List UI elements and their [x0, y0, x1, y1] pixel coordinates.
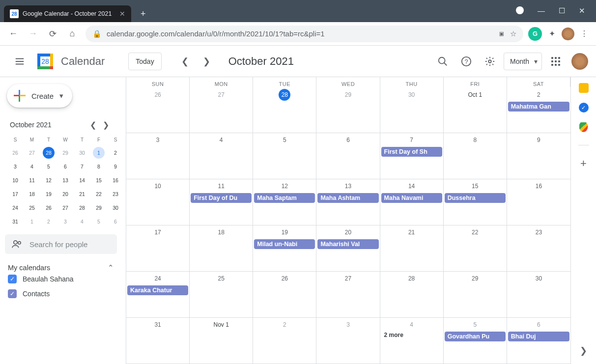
tasks-icon[interactable]: ✓	[579, 103, 589, 112]
day-number[interactable]: 28	[381, 273, 442, 284]
day-number[interactable]: 3	[127, 134, 188, 146]
day-number[interactable]: 12	[254, 180, 315, 192]
mini-next-button[interactable]: ❯	[99, 118, 112, 131]
day-number[interactable]: 6	[317, 134, 378, 146]
day-number[interactable]: 22	[445, 226, 506, 238]
day-number[interactable]: 15	[445, 180, 506, 192]
mini-day[interactable]: 20	[57, 187, 74, 201]
mini-day[interactable]: 5	[90, 215, 107, 228]
day-cell[interactable]: 3	[126, 133, 190, 179]
mini-day[interactable]: 30	[107, 201, 124, 215]
day-cell[interactable]: 25	[190, 272, 253, 318]
day-number[interactable]: 27	[191, 89, 252, 101]
day-cell[interactable]: 30	[507, 272, 570, 318]
mini-day[interactable]: 5	[40, 160, 57, 173]
adblock-icon[interactable]	[516, 6, 524, 14]
hide-side-panel-button[interactable]: ❯	[580, 345, 587, 356]
mini-day[interactable]: 3	[7, 160, 24, 173]
create-button[interactable]: Create ▾	[7, 84, 72, 108]
prev-month-button[interactable]: ❮	[176, 53, 194, 70]
day-number[interactable]: 23	[508, 226, 569, 238]
day-number[interactable]: 10	[127, 180, 188, 192]
day-number[interactable]: 9	[508, 134, 569, 146]
calendar-checkbox[interactable]: ✓	[8, 275, 17, 283]
day-number[interactable]: 6	[508, 319, 569, 331]
day-cell[interactable]: 11First Day of Du	[190, 179, 253, 225]
day-cell[interactable]: 2	[253, 318, 316, 364]
day-number[interactable]: Oct 1	[445, 89, 506, 101]
day-cell[interactable]: 30	[380, 87, 444, 133]
day-cell[interactable]: 14Maha Navami	[380, 179, 444, 225]
reload-button[interactable]: ⟳	[44, 26, 61, 42]
mini-day[interactable]: 9	[107, 160, 124, 173]
day-cell[interactable]: 28	[380, 272, 444, 318]
new-tab-button[interactable]: +	[136, 7, 150, 21]
day-number[interactable]: 14	[381, 180, 442, 192]
mini-day[interactable]: 27	[24, 146, 40, 160]
day-cell[interactable]: 42 more	[380, 318, 444, 364]
day-cell[interactable]: 29	[444, 272, 507, 318]
mini-day[interactable]: 15	[90, 173, 107, 187]
day-cell[interactable]: 3	[316, 318, 380, 364]
event-chip[interactable]: Govardhan Pu	[445, 332, 506, 341]
today-button[interactable]: Today	[128, 53, 161, 70]
day-cell[interactable]: 28	[253, 87, 316, 133]
mini-day[interactable]: 4	[74, 215, 90, 228]
event-chip[interactable]: Maharishi Val	[317, 239, 378, 249]
day-cell[interactable]: 23	[507, 225, 570, 272]
view-selector[interactable]: Month ▾	[504, 53, 542, 70]
calendar-item[interactable]: ✓Contacts	[5, 286, 117, 301]
google-apps-button[interactable]	[546, 52, 566, 71]
day-number[interactable]: 17	[127, 226, 188, 238]
day-number[interactable]: 5	[445, 319, 506, 331]
day-cell[interactable]: 5Govardhan Pu	[444, 318, 507, 364]
event-chip[interactable]: Maha Navami	[381, 193, 442, 203]
day-number[interactable]: 19	[254, 226, 315, 238]
day-number[interactable]: 31	[127, 319, 188, 331]
day-cell[interactable]: 8	[444, 133, 507, 179]
add-on-button[interactable]: +	[580, 157, 587, 170]
help-button[interactable]: ?	[456, 52, 476, 71]
day-cell[interactable]: Oct 1	[444, 87, 507, 133]
day-cell[interactable]: 20Maharishi Val	[316, 225, 380, 272]
minimize-icon[interactable]: —	[538, 6, 545, 15]
search-people-input[interactable]: Search for people	[5, 234, 117, 254]
day-cell[interactable]: 26	[253, 272, 316, 318]
mini-day[interactable]: 25	[24, 201, 40, 215]
day-cell[interactable]: 2Mahatma Gan	[507, 87, 570, 133]
day-number[interactable]: 25	[191, 273, 252, 284]
mini-day[interactable]: 21	[74, 187, 90, 201]
day-number[interactable]: 30	[381, 89, 442, 101]
mini-day[interactable]: 22	[90, 187, 107, 201]
day-cell[interactable]: 27	[316, 272, 380, 318]
mini-day[interactable]: 12	[40, 173, 57, 187]
day-number[interactable]: 29	[445, 273, 506, 284]
browser-menu-icon[interactable]: ⋮	[577, 27, 591, 41]
mini-day[interactable]: 6	[107, 215, 124, 228]
day-number[interactable]: 26	[254, 273, 315, 284]
day-cell[interactable]: 15Dussehra	[444, 179, 507, 225]
day-cell[interactable]: 9	[507, 133, 570, 179]
day-number[interactable]: 4	[191, 134, 252, 146]
event-chip[interactable]: Mahatma Gan	[508, 102, 569, 112]
mini-day[interactable]: 2	[107, 146, 124, 160]
day-number[interactable]: 27	[317, 273, 378, 284]
day-cell[interactable]: 7First Day of Sh	[380, 133, 444, 179]
mini-day[interactable]: 11	[24, 173, 40, 187]
mini-day[interactable]: 1	[24, 215, 40, 228]
day-number[interactable]: Nov 1	[191, 319, 252, 331]
day-cell[interactable]: 6	[316, 133, 380, 179]
extensions-icon[interactable]: ✦	[545, 27, 559, 41]
settings-button[interactable]	[480, 52, 500, 71]
calendar-item[interactable]: ✓Beaulah Sahana	[5, 272, 117, 286]
day-cell[interactable]: 13Maha Ashtam	[316, 179, 380, 225]
day-number[interactable]: 24	[127, 273, 188, 284]
mini-day[interactable]: 13	[57, 173, 74, 187]
mini-day[interactable]: 16	[107, 173, 124, 187]
day-cell[interactable]: 21	[380, 225, 444, 272]
event-chip[interactable]: Milad un-Nabi	[254, 239, 315, 249]
browser-profile-avatar[interactable]	[562, 28, 574, 40]
day-cell[interactable]: 6Bhai Duj	[507, 318, 570, 364]
day-number[interactable]: 29	[317, 89, 378, 101]
my-calendars-toggle[interactable]: My calendars ⌃	[5, 264, 117, 272]
